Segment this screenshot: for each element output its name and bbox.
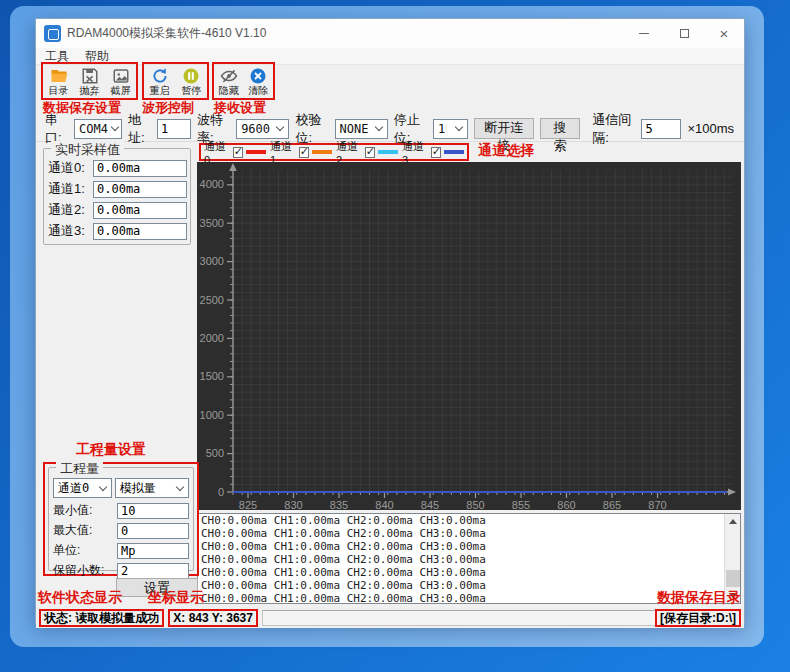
folder-icon (50, 67, 68, 85)
realtime-values-group: 实时采样值 通道0: 通道1: 通道2: 通道3: (43, 148, 191, 245)
ch0-value-field[interactable] (93, 160, 187, 177)
channel-0-color-swatch (246, 150, 266, 154)
status-panel: [保存目录:D:\] (262, 610, 741, 626)
ch1-value-field[interactable] (93, 181, 187, 198)
save-directory-display: [保存目录:D:\] (655, 609, 741, 627)
realtime-row-ch0: 通道0: (48, 159, 187, 177)
interval-unit: ×100ms (687, 121, 734, 136)
port-select[interactable]: COM4 (74, 119, 122, 139)
annotation-receive-settings: 接收设置 (214, 101, 266, 115)
coordinates-display: X: 843 Y: 3637 (168, 609, 258, 627)
svg-text:830: 830 (284, 499, 302, 510)
minimize-icon (639, 33, 649, 34)
annotation-save-settings: 数据保存设置 (43, 101, 121, 115)
svg-text:850: 850 (466, 499, 484, 510)
toolbar-group-receive-settings: 隐藏 清除 (212, 62, 275, 100)
channel-2-color-swatch (378, 150, 398, 154)
unit-row: 单位: (53, 542, 189, 559)
directory-button[interactable]: 目录 (44, 67, 74, 96)
svg-text:2000: 2000 (200, 332, 224, 344)
svg-text:855: 855 (512, 499, 530, 510)
baud-select[interactable]: 9600 (236, 119, 289, 139)
main-area: 实时采样值 通道0: 通道1: 通道2: 通道3: 通道0 (36, 142, 744, 608)
chevron-down-icon (276, 123, 284, 131)
hide-eye-icon (220, 67, 238, 85)
log-line: CH0:0.00ma CH1:0.00ma CH2:0.00ma CH3:0.0… (201, 514, 740, 527)
channel-1-color-swatch (312, 150, 332, 154)
scrollbar-thumb[interactable] (726, 570, 740, 587)
svg-text:4000: 4000 (200, 178, 224, 190)
ch3-value-field[interactable] (93, 223, 187, 240)
restart-icon (151, 67, 169, 85)
minimize-button[interactable] (624, 19, 664, 48)
min-value-input[interactable] (117, 503, 189, 519)
svg-text:845: 845 (421, 499, 439, 510)
decimals-row: 保留小数: (53, 562, 189, 579)
annotation-software-status: 软件状态显示 (38, 590, 122, 604)
chevron-down-icon (98, 482, 106, 490)
maximize-button[interactable] (664, 19, 704, 48)
discard-floppy-icon (81, 67, 99, 85)
engineering-type-select[interactable]: 模拟量 (115, 478, 189, 498)
channel-2-checkbox[interactable] (365, 147, 375, 158)
svg-text:870: 870 (648, 499, 666, 510)
chevron-down-icon (176, 482, 184, 490)
unit-input[interactable] (117, 543, 189, 559)
close-icon: × (720, 26, 729, 41)
svg-text:835: 835 (330, 499, 348, 510)
parity-select[interactable]: NONE (335, 119, 388, 139)
clear-button[interactable]: 清除 (244, 67, 274, 96)
chart-canvas: 0500100015002000250030003500400082583083… (197, 162, 741, 510)
restart-button[interactable]: 重启 (145, 67, 175, 96)
toolbar-group-wave-control: 重启 暂停 (142, 62, 209, 100)
svg-text:860: 860 (557, 499, 575, 510)
disconnect-button[interactable]: 断开连接 (474, 118, 534, 139)
toolbar-annotations: 数据保存设置 波形控制 接收设置 (36, 101, 744, 116)
clear-icon (249, 67, 267, 85)
channel-3-checkbox[interactable] (431, 147, 441, 158)
close-button[interactable]: × (704, 19, 744, 48)
engineering-channel-select[interactable]: 通道0 (53, 478, 112, 498)
title-bar: RDAM4000模拟采集软件-4610 V1.10 × (36, 19, 744, 48)
svg-text:3500: 3500 (200, 217, 224, 229)
channel-1-checkbox[interactable] (299, 147, 309, 158)
log-line: CH0:0.00ma CH1:0.00ma CH2:0.00ma CH3:0.0… (201, 553, 740, 566)
svg-text:825: 825 (239, 499, 257, 510)
max-value-input[interactable] (117, 523, 189, 539)
engineering-group-annotation-box: 工程量 通道0 模拟量 最小值: 最大值: 单位: (43, 462, 199, 576)
svg-text:865: 865 (603, 499, 621, 510)
realtime-row-ch3: 通道3: (48, 222, 187, 240)
max-value-row: 最大值: (53, 522, 189, 539)
hide-button[interactable]: 隐藏 (214, 67, 244, 96)
window-title: RDAM4000模拟采集软件-4610 V1.10 (67, 25, 266, 42)
channel-0-checkbox[interactable] (233, 147, 243, 158)
screenshot-button[interactable]: 截屏 (106, 67, 136, 96)
app-window: RDAM4000模拟采集软件-4610 V1.10 × 工具 帮助 目录 抛弃 … (35, 18, 745, 624)
chevron-down-icon (111, 123, 119, 131)
toolbar: 目录 抛弃 截屏 重启 暂停 隐藏 (36, 65, 744, 98)
realtime-row-ch1: 通道1: (48, 180, 187, 198)
realtime-group-title: 实时采样值 (51, 141, 124, 159)
stopbit-select[interactable]: 1 (433, 119, 468, 139)
annotation-save-directory: 数据保存目录 (657, 590, 741, 604)
svg-text:500: 500 (206, 447, 224, 459)
scroll-up-button[interactable] (725, 514, 740, 529)
svg-text:1000: 1000 (200, 409, 224, 421)
search-button[interactable]: 搜索 (540, 118, 580, 139)
decimals-input[interactable] (117, 563, 189, 579)
address-input[interactable] (157, 119, 191, 139)
interval-input[interactable] (641, 119, 681, 139)
log-line: CH0:0.00ma CH1:0.00ma CH2:0.00ma CH3:0.0… (201, 566, 740, 579)
screenshot-image-icon (112, 67, 130, 85)
pause-button[interactable]: 暂停 (176, 67, 206, 96)
toolbar-group-save-settings: 目录 抛弃 截屏 (41, 62, 138, 100)
maximize-icon (680, 29, 689, 38)
discard-button[interactable]: 抛弃 (75, 67, 105, 96)
min-value-row: 最小值: (53, 502, 189, 519)
scroll-up-icon (729, 519, 737, 524)
svg-text:1500: 1500 (200, 370, 224, 382)
ch2-value-field[interactable] (93, 202, 187, 219)
log-line: CH0:0.00ma CH1:0.00ma CH2:0.00ma CH3:0.0… (201, 540, 740, 553)
waveform-chart[interactable]: 0500100015002000250030003500400082583083… (197, 162, 741, 510)
pause-icon (182, 67, 200, 85)
